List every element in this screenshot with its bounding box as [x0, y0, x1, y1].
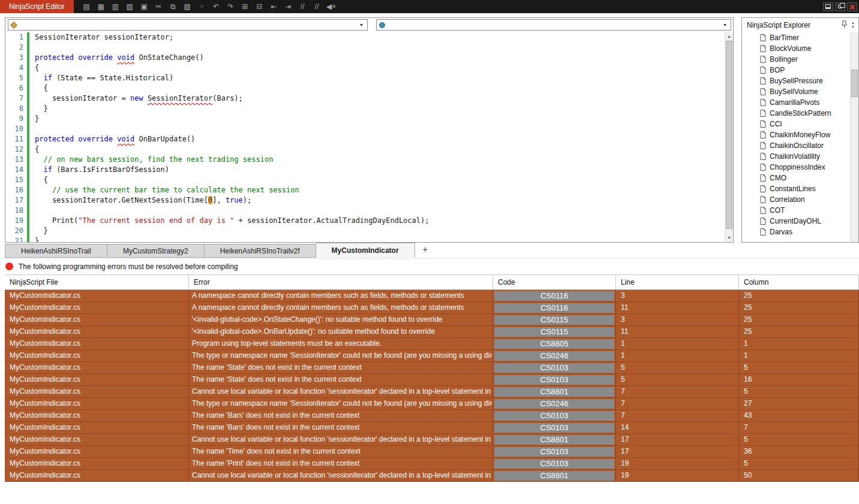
code-line[interactable]: 8 }	[5, 104, 725, 114]
explorer-item-darvas[interactable]: Darvas	[742, 227, 850, 237]
code-line[interactable]: 9}	[5, 114, 725, 124]
column-header-column[interactable]: Column	[739, 275, 859, 289]
column-header-error[interactable]: Error	[189, 275, 493, 289]
error-row[interactable]: MyCustomIndicator.csThe type or namespac…	[5, 398, 859, 410]
error-row[interactable]: MyCustomIndicator.csCannot use local var…	[5, 434, 859, 446]
code-line[interactable]: 16 // use the current bar time to calcul…	[5, 185, 725, 195]
cut-icon[interactable]: ✂	[153, 0, 164, 13]
code-line[interactable]: 15 {	[5, 175, 725, 185]
column-header-ninjascript-file[interactable]: NinjaScript File	[5, 275, 189, 289]
code-line[interactable]: 12{	[5, 144, 725, 155]
code-line[interactable]: 13 // on new bars session, find the next…	[5, 155, 725, 165]
redo-icon[interactable]: ↷	[225, 0, 236, 13]
explorer-item-currentdayohl[interactable]: CurrentDayOHL	[742, 216, 850, 227]
error-row[interactable]: MyCustomIndicator.csA namespace cannot d…	[5, 302, 859, 314]
decrease-indent-icon[interactable]: ⇤	[268, 0, 280, 13]
increase-indent-icon[interactable]: ⇥	[283, 0, 294, 13]
save-all-icon[interactable]: ▦	[95, 0, 107, 13]
column-header-code[interactable]: Code	[493, 275, 616, 289]
code-line[interactable]: 14 if (Bars.IsFirstBarOfSession)	[5, 165, 725, 175]
editor-vertical-scrollbar[interactable]: ▲ ▼	[725, 32, 733, 242]
copy-icon[interactable]: ⧉	[167, 0, 179, 13]
explorer-item-bollinger[interactable]: Bollinger	[742, 54, 850, 65]
uncomment-icon[interactable]: //	[311, 0, 323, 13]
code-line[interactable]: 17 sessionIterator.GetNextSession(Time[0…	[5, 195, 725, 206]
code-line[interactable]: 20 }	[5, 226, 725, 236]
error-row[interactable]: MyCustomIndicator.cs'<invalid-global-cod…	[5, 326, 859, 338]
explorer-item-bartimer[interactable]: BarTimer	[742, 32, 850, 43]
error-row[interactable]: MyCustomIndicator.csThe name 'State' doe…	[5, 374, 859, 386]
error-row[interactable]: MyCustomIndicator.csProgram using top-le…	[5, 338, 859, 350]
code-line[interactable]: 19 Print("The current session end of day…	[5, 216, 725, 226]
tab-mycustomstrategy2[interactable]: MyCustomStrategy2	[107, 244, 205, 258]
print-icon[interactable]: ▥	[110, 0, 121, 13]
code-line[interactable]: 2	[5, 43, 725, 53]
code-line[interactable]: 1SessionIterator sessionIterator;	[5, 32, 725, 43]
undo-icon[interactable]: ↶	[211, 0, 222, 13]
code-line[interactable]: 5 if (State == State.Historical)	[5, 73, 725, 83]
error-row[interactable]: MyCustomIndicator.cs'<invalid-global-cod…	[5, 314, 859, 326]
error-row[interactable]: MyCustomIndicator.csCannot use local var…	[5, 470, 859, 482]
code-lines[interactable]: 1SessionIterator sessionIterator;23prote…	[5, 32, 725, 242]
members-combobox[interactable]: ▼	[376, 19, 731, 31]
error-row[interactable]: MyCustomIndicator.csThe name 'Bars' does…	[5, 410, 859, 422]
chevron-down-icon[interactable]: ▼	[720, 23, 729, 27]
explorer-item-buysellvolume[interactable]: BuySellVolume	[742, 86, 850, 97]
scroll-up-icon[interactable]: ▲	[725, 32, 733, 41]
explorer-item-camarillapivots[interactable]: CamarillaPivots	[742, 97, 850, 108]
code-line[interactable]: 11protected override void OnBarUpdate()	[5, 134, 725, 144]
column-header-line[interactable]: Line	[616, 275, 739, 289]
explorer-item-chaikinvolatility[interactable]: ChaikinVolatility	[742, 151, 850, 162]
error-row[interactable]: MyCustomIndicator.csCannot use local var…	[5, 386, 859, 398]
explorer-item-buysellpressure[interactable]: BuySellPressure	[742, 76, 850, 86]
delete-icon[interactable]: ×	[196, 0, 208, 13]
restore-button[interactable]	[835, 2, 845, 11]
app-title-tab[interactable]: NinjaScript Editor	[0, 0, 74, 13]
spinner-down-icon[interactable]: ▼	[849, 25, 857, 29]
explorer-item-chaikinoscillator[interactable]: ChaikinOscillator	[742, 140, 850, 151]
explorer-item-choppinessindex[interactable]: ChoppinessIndex	[742, 162, 850, 173]
page-template-icon[interactable]: ▣	[139, 0, 150, 13]
code-line[interactable]: 3protected override void OnStateChange()	[5, 53, 725, 63]
error-row[interactable]: MyCustomIndicator.csThe type or namespac…	[5, 350, 859, 362]
error-row[interactable]: MyCustomIndicator.csThe name 'Bars' does…	[5, 422, 859, 434]
code-line[interactable]: 21}	[5, 236, 725, 242]
error-row[interactable]: MyCustomIndicator.csThe name 'Print' doe…	[5, 458, 859, 470]
explorer-item-correlation[interactable]: Correlation	[742, 194, 850, 205]
spinner-up-icon[interactable]: ▲	[849, 21, 857, 25]
explorer-item-candlestickpattern[interactable]: CandleStickPattern	[742, 108, 850, 119]
code-line[interactable]: 10	[5, 124, 725, 134]
tab-heikenashirsinotrail[interactable]: HeikenAshiRSInoTrail	[5, 244, 107, 258]
code-wizard-icon[interactable]: ⊟	[254, 0, 265, 13]
explorer-scrollbar[interactable]	[850, 32, 858, 242]
explorer-item-blockvolume[interactable]: BlockVolume	[742, 43, 850, 54]
close-button[interactable]	[847, 2, 857, 11]
explorer-item-cot[interactable]: COT	[742, 205, 850, 216]
code-line[interactable]: 4{	[5, 63, 725, 73]
error-row[interactable]: MyCustomIndicator.csThe name 'State' doe…	[5, 362, 859, 374]
explorer-item-cci[interactable]: CCI	[742, 119, 850, 129]
pin-icon[interactable]	[839, 20, 849, 30]
save-icon[interactable]: ▤	[81, 0, 92, 13]
code-line[interactable]: 6 {	[5, 83, 725, 93]
scrollbar-thumb[interactable]	[726, 41, 732, 229]
compile-mute-icon[interactable]: ◀×	[326, 0, 337, 13]
scrollbar-thumb[interactable]	[851, 70, 858, 97]
tab-heikenashirsinotrailv2f[interactable]: HeikenAshiRSInoTrailv2f	[205, 244, 316, 258]
chevron-down-icon[interactable]: ▼	[357, 23, 366, 27]
print-preview-icon[interactable]: ▧	[124, 0, 136, 13]
explorer-item-cmo[interactable]: CMO	[742, 173, 850, 183]
scroll-down-icon[interactable]: ▼	[725, 234, 733, 242]
error-row[interactable]: MyCustomIndicator.csThe name 'Time' does…	[5, 446, 859, 458]
explorer-item-chaikinmoneyflow[interactable]: ChaikinMoneyFlow	[742, 129, 850, 140]
code-line[interactable]: 18	[5, 206, 725, 216]
tab-mycustomindicator[interactable]: MyCustomIndicator	[316, 243, 415, 258]
paste-icon[interactable]: ▨	[182, 0, 193, 13]
new-tab-button[interactable]: +	[418, 245, 432, 256]
explorer-item-constantlines[interactable]: ConstantLines	[742, 183, 850, 194]
code-line[interactable]: 7 sessionIterator = new SessionIterator(…	[5, 93, 725, 104]
minimize-button[interactable]	[823, 2, 833, 11]
error-row[interactable]: MyCustomIndicator.csA namespace cannot d…	[5, 290, 859, 302]
comment-icon[interactable]: //	[297, 0, 308, 13]
explorer-item-bop[interactable]: BOP	[742, 65, 850, 76]
